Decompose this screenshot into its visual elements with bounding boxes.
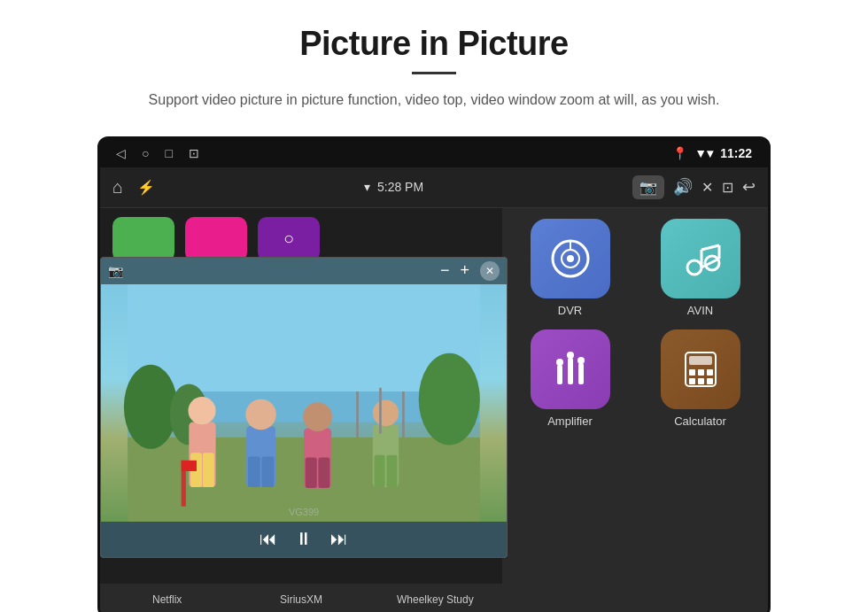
svg-rect-38	[568, 358, 573, 384]
device-frame: ◁ ○ □ ⊡ 📍 ▼▾ 11:22 ⌂ ⚡ ▾ 5:28 PM 📷 🔊 ✕ ⊡…	[97, 136, 771, 612]
svg-rect-12	[248, 456, 260, 487]
next-track-btn[interactable]: ⏭	[330, 529, 348, 549]
pip-minus-btn[interactable]: −	[440, 261, 450, 280]
svg-point-29	[567, 255, 574, 262]
wheelkey-label: Wheelkey Study	[368, 593, 502, 606]
svg-rect-17	[318, 457, 329, 488]
pip-top-bar: 📷 − + ✕	[101, 258, 507, 284]
gps-icon: 📍	[672, 146, 687, 160]
siriusxm-app-icon[interactable]	[185, 217, 247, 261]
netflix-app-icon[interactable]	[112, 217, 174, 261]
status-time: 11:22	[720, 146, 752, 160]
svg-rect-13	[261, 456, 274, 487]
amplifier-label: Amplifier	[547, 414, 593, 428]
dvr-label: DVR	[558, 304, 582, 317]
svg-rect-9	[203, 453, 214, 487]
svg-point-4	[419, 352, 480, 445]
svg-point-11	[245, 399, 276, 430]
svg-rect-46	[698, 369, 704, 376]
back-icon[interactable]: ↩	[742, 177, 756, 197]
svg-rect-39	[578, 363, 584, 384]
amplifier-app-tile[interactable]: Amplifier	[511, 329, 629, 428]
page-subtitle: Support video picture in picture functio…	[133, 89, 735, 112]
page-title: Picture in Picture	[53, 25, 815, 63]
svg-rect-16	[306, 457, 317, 488]
video-scene-svg	[101, 284, 507, 522]
volume-icon[interactable]: 🔊	[673, 177, 693, 197]
pip-close-btn[interactable]: ✕	[480, 261, 500, 281]
app-bar-center: ▾ 5:28 PM	[364, 180, 423, 194]
svg-rect-50	[707, 378, 713, 384]
amp-icon-svg	[548, 347, 593, 391]
svg-point-40	[556, 359, 563, 366]
pip-camera-icon: 📷	[108, 264, 123, 278]
svg-rect-20	[375, 454, 385, 486]
svg-rect-21	[386, 454, 397, 486]
svg-rect-49	[698, 378, 704, 384]
recents-nav-icon[interactable]: □	[165, 146, 172, 160]
netflix-label: Netflix	[100, 593, 234, 606]
calculator-app-icon[interactable]	[661, 329, 740, 409]
right-panel-app-grid: DVR AVIN	[502, 208, 768, 612]
title-divider	[412, 72, 456, 74]
svg-point-19	[373, 399, 399, 425]
svg-rect-26	[182, 460, 197, 470]
avin-icon-svg	[678, 236, 723, 281]
app-content: ○ 📷 − + ✕	[100, 208, 768, 612]
pip-plus-btn[interactable]: +	[460, 261, 469, 280]
camera-button[interactable]: 📷	[632, 175, 664, 199]
svg-rect-37	[557, 365, 562, 384]
bottom-app-labels: Netflix SiriusXM Wheelkey Study	[100, 584, 502, 612]
status-bar-indicators: 📍 ▼▾ 11:22	[672, 146, 752, 160]
pip-playback-bar: ⏮ ⏸ ⏭	[101, 522, 507, 557]
dvr-app-tile[interactable]: DVR	[511, 219, 629, 317]
play-pause-btn[interactable]: ⏸	[295, 529, 313, 549]
pip-window[interactable]: 📷 − + ✕	[100, 257, 508, 558]
svg-rect-44	[689, 356, 712, 365]
pip-icon[interactable]: ⊡	[722, 179, 733, 196]
video-content	[101, 284, 507, 522]
home-icon[interactable]: ⌂	[112, 177, 123, 198]
prev-track-btn[interactable]: ⏮	[260, 529, 277, 549]
android-status-bar: ◁ ○ □ ⊡ 📍 ▼▾ 11:22	[100, 139, 768, 167]
svg-rect-45	[689, 369, 695, 376]
app-bar: ⌂ ⚡ ▾ 5:28 PM 📷 🔊 ✕ ⊡ ↩	[100, 167, 768, 208]
usb-icon: ⚡	[137, 179, 155, 196]
svg-point-7	[188, 397, 215, 424]
dvr-icon-svg	[548, 236, 593, 281]
page-header: Picture in Picture Support video picture…	[0, 0, 868, 128]
amplifier-app-icon[interactable]	[531, 329, 610, 409]
siriusxm-label: SiriusXM	[234, 593, 368, 606]
svg-point-42	[577, 357, 585, 364]
calculator-label: Calculator	[674, 414, 726, 428]
svg-point-3	[124, 364, 178, 448]
appbar-time: 5:28 PM	[377, 180, 423, 194]
calc-icon-svg	[678, 347, 723, 391]
home-nav-icon[interactable]: ○	[142, 146, 149, 160]
nav-icons: ◁ ○ □ ⊡	[116, 146, 199, 160]
left-panel: ○ 📷 − + ✕	[100, 208, 502, 612]
avin-label: AVIN	[687, 304, 713, 317]
svg-point-15	[303, 402, 332, 431]
dvr-app-icon[interactable]	[531, 219, 610, 298]
bookmark-nav-icon[interactable]: ⊡	[189, 146, 199, 160]
back-nav-icon[interactable]: ◁	[116, 146, 126, 160]
signal-icon: ▼▾	[694, 146, 713, 160]
avin-app-icon[interactable]	[661, 219, 740, 298]
svg-point-41	[567, 352, 574, 359]
close-pip-icon[interactable]: ✕	[701, 179, 713, 196]
watermark: VG399	[289, 507, 319, 517]
calculator-app-tile[interactable]: Calculator	[641, 329, 759, 428]
wheelkey-app-icon[interactable]: ○	[258, 217, 320, 261]
avin-app-tile[interactable]: AVIN	[641, 219, 759, 317]
app-bar-right: 📷 🔊 ✕ ⊡ ↩	[632, 175, 756, 199]
wifi-icon: ▾	[364, 180, 370, 194]
svg-point-31	[687, 260, 701, 275]
pip-size-controls: − + ✕	[440, 261, 500, 281]
svg-rect-48	[689, 378, 695, 384]
svg-line-36	[701, 245, 719, 250]
app-bar-left: ⌂ ⚡	[112, 177, 155, 198]
svg-rect-47	[707, 369, 713, 376]
